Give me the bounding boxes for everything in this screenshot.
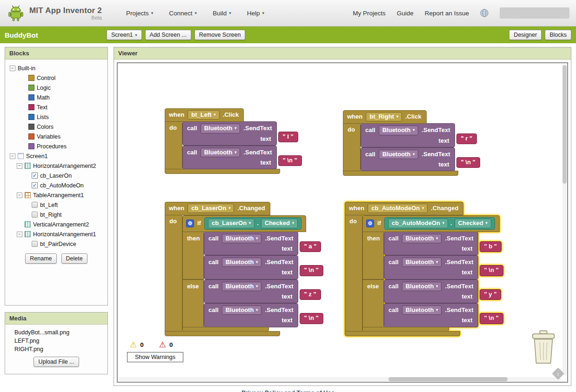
call-block[interactable]: callBluetooth▾.SendTexttext" r " xyxy=(361,123,477,147)
text-string-block[interactable]: " \n " xyxy=(456,157,480,168)
vertical-scrollbar-thumb[interactable] xyxy=(563,65,567,184)
text-string-block[interactable]: " \n " xyxy=(480,265,503,276)
component-dropdown[interactable]: Bluetooth▾ xyxy=(402,234,442,243)
component-dropdown[interactable]: Bluetooth▾ xyxy=(201,124,241,133)
blocks-canvas[interactable]: ⚠ 0 ⚠ 0 Show Warnings xyxy=(117,62,568,383)
upload-file-button[interactable]: Upload File ... xyxy=(33,357,79,367)
property-dropdown[interactable]: Checked▾ xyxy=(455,219,491,228)
palette-category-text[interactable]: Text xyxy=(10,102,107,112)
call-block[interactable]: callBluetooth▾.SendTexttext" z " xyxy=(204,279,321,304)
component-dropdown[interactable]: bt_Left▾ xyxy=(188,110,219,120)
property-getter-block[interactable]: cb_LaserOn▾.Checked▾ xyxy=(204,217,301,229)
blocks-button[interactable]: Blocks xyxy=(545,30,571,40)
text-string-block[interactable]: " b " xyxy=(480,241,502,252)
property-getter-block[interactable]: cb_AutoModeOn▾.Checked▾ xyxy=(384,217,495,229)
call-block[interactable]: callBluetooth▾.SendTexttext" \n " xyxy=(384,255,503,279)
component-dropdown[interactable]: Bluetooth▾ xyxy=(379,126,419,135)
component-dropdown[interactable]: cb_AutoModeOn▾ xyxy=(388,219,448,228)
call-block[interactable]: callBluetooth▾.SendTexttext" \n " xyxy=(384,303,503,327)
tree-item-Screen1[interactable]: −Screen1 xyxy=(10,151,107,161)
media-file[interactable]: BuddyBot...small.png xyxy=(5,328,107,337)
tree-item-VerticalArrangement2[interactable]: VerticalArrangement2 xyxy=(10,219,107,229)
palette-category-colors[interactable]: Colors xyxy=(10,122,107,132)
horizontal-scrollbar[interactable] xyxy=(119,377,561,381)
event-block-cb_AutoModeOn[interactable]: whencb_AutoModeOn▾.Changeddo⚙ifcb_AutoMo… xyxy=(345,201,503,336)
remove-screen-button[interactable]: Remove Screen xyxy=(194,30,246,40)
component-dropdown[interactable]: Bluetooth▾ xyxy=(222,282,262,291)
component-dropdown[interactable]: Bluetooth▾ xyxy=(379,150,419,159)
call-block[interactable]: callBluetooth▾.SendTexttext" b " xyxy=(384,232,502,256)
call-block[interactable]: callBluetooth▾.SendTexttext" l " xyxy=(182,121,298,146)
tree-item-bt_Left[interactable]: bt_Left xyxy=(10,200,107,210)
collapse-toggle-icon[interactable]: − xyxy=(17,232,22,237)
call-block[interactable]: callBluetooth▾.SendTexttext" a " xyxy=(204,232,321,256)
add-screen-button[interactable]: Add Screen ... xyxy=(145,30,191,40)
screen-selector[interactable]: Screen1 ▾ xyxy=(107,30,142,40)
link-my-projects[interactable]: My Projects xyxy=(353,10,386,17)
text-string-block[interactable]: " r " xyxy=(456,133,477,144)
component-dropdown[interactable]: Bluetooth▾ xyxy=(222,306,262,315)
show-warnings-button[interactable]: Show Warnings xyxy=(127,352,183,362)
component-dropdown[interactable]: Bluetooth▾ xyxy=(402,282,442,291)
tree-item-bt_PairDevice[interactable]: bt_PairDevice xyxy=(10,239,107,249)
mutator-gear-icon[interactable]: ⚙ xyxy=(186,219,194,227)
component-dropdown[interactable]: Bluetooth▾ xyxy=(222,258,262,267)
app-logo[interactable]: MIT App Inventor 2 Beta xyxy=(7,4,102,22)
builtin-node[interactable]: − Built-in xyxy=(10,63,107,73)
component-dropdown[interactable]: Bluetooth▾ xyxy=(402,306,442,315)
media-file[interactable]: RIGHT.png xyxy=(5,345,107,353)
tree-item-cb_LaserOn[interactable]: ✓cb_LaserOn xyxy=(10,171,107,180)
text-string-block[interactable]: " y " xyxy=(480,289,502,300)
call-block[interactable]: callBluetooth▾.SendTexttext" \n " xyxy=(204,255,323,279)
footer-links[interactable]: Privacy Policy and Terms of Use xyxy=(0,389,576,392)
link-report-an-issue[interactable]: Report an Issue xyxy=(425,10,469,17)
mutator-gear-icon[interactable]: ⚙ xyxy=(366,219,374,227)
palette-category-procedures[interactable]: Procedures xyxy=(10,141,107,151)
collapse-toggle-icon[interactable]: − xyxy=(10,153,15,159)
collapse-toggle-icon[interactable]: − xyxy=(17,193,22,198)
tree-item-bt_Right[interactable]: bt_Right xyxy=(10,210,107,219)
link-guide[interactable]: Guide xyxy=(397,10,414,17)
tree-item-TableArrangement1[interactable]: −TableArrangement1 xyxy=(10,190,107,200)
component-dropdown[interactable]: Bluetooth▾ xyxy=(201,148,241,157)
user-account-redacted[interactable] xyxy=(500,7,569,19)
language-globe-icon[interactable] xyxy=(480,9,489,17)
rename-button[interactable]: Rename xyxy=(25,253,56,264)
text-string-block[interactable]: " z " xyxy=(300,289,321,300)
horizontal-scrollbar-thumb[interactable] xyxy=(388,377,508,381)
trash-icon[interactable] xyxy=(529,329,558,367)
call-block[interactable]: callBluetooth▾.SendTexttext" \n " xyxy=(361,147,480,172)
text-string-block[interactable]: " \n " xyxy=(278,155,302,166)
menu-connect[interactable]: Connect▾ xyxy=(169,10,197,17)
if-else-block[interactable]: ⚙ifcb_AutoModeOn▾.Checked▾thencallBlueto… xyxy=(362,215,503,331)
palette-category-control[interactable]: Control xyxy=(10,73,107,83)
vertical-scrollbar[interactable] xyxy=(563,64,567,375)
component-dropdown[interactable]: cb_AutoModeOn▾ xyxy=(368,204,428,213)
tree-item-HorizontalArrangement1[interactable]: −HorizontalArrangement1 xyxy=(10,229,107,239)
menu-projects[interactable]: Projects▾ xyxy=(126,10,153,17)
event-block-cb_LaserOn[interactable]: whencb_LaserOn▾.Changeddo⚙ifcb_LaserOn▾.… xyxy=(165,201,323,336)
palette-category-variables[interactable]: Variables xyxy=(10,132,107,141)
call-block[interactable]: callBluetooth▾.SendTexttext" \n " xyxy=(182,146,302,170)
text-string-block[interactable]: " a " xyxy=(300,241,321,252)
component-dropdown[interactable]: cb_LaserOn▾ xyxy=(188,204,234,213)
tree-item-HorizontalArrangement2[interactable]: −HorizontalArrangement2 xyxy=(10,161,107,171)
component-dropdown[interactable]: bt_Right▾ xyxy=(366,112,402,121)
menu-help[interactable]: Help▾ xyxy=(247,10,264,17)
palette-category-math[interactable]: Math xyxy=(10,93,107,102)
event-block-bt_Left[interactable]: whenbt_Left▾.ClickdocallBluetooth▾.SendT… xyxy=(165,108,302,174)
text-string-block[interactable]: " \n " xyxy=(300,313,323,324)
event-block-bt_Right[interactable]: whenbt_Right▾.ClickdocallBluetooth▾.Send… xyxy=(343,110,480,176)
designer-button[interactable]: Designer xyxy=(509,30,542,40)
call-block[interactable]: callBluetooth▾.SendTexttext" y " xyxy=(384,279,501,304)
delete-button[interactable]: Delete xyxy=(61,253,87,264)
text-string-block[interactable]: " l " xyxy=(278,132,298,142)
call-block[interactable]: callBluetooth▾.SendTexttext" \n " xyxy=(204,303,323,327)
component-dropdown[interactable]: Bluetooth▾ xyxy=(402,258,442,267)
text-string-block[interactable]: " \n " xyxy=(480,313,503,324)
text-string-block[interactable]: " \n " xyxy=(300,265,323,276)
menu-build[interactable]: Build▾ xyxy=(213,10,231,17)
collapse-toggle-icon[interactable]: − xyxy=(17,163,22,169)
property-dropdown[interactable]: Checked▾ xyxy=(261,219,298,228)
media-file[interactable]: LEFT.png xyxy=(5,337,107,345)
